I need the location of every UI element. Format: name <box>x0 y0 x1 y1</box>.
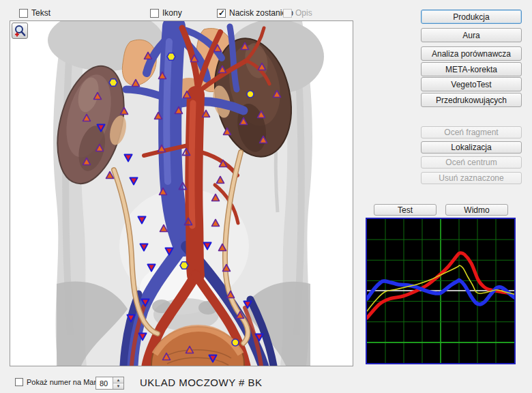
spectrum-graph-panel <box>366 218 516 364</box>
checkbox-label: Pokaż numer na Marker <box>27 378 106 386</box>
checkbox-box[interactable] <box>19 9 28 18</box>
spinner-down-icon[interactable]: ▼ <box>113 383 123 389</box>
spinner-value[interactable]: 80 <box>96 377 113 389</box>
checkbox-label: Ikony <box>162 8 182 18</box>
zoom-in-button[interactable] <box>12 23 28 39</box>
button-przedrukowujacych[interactable]: Przedrukowujących <box>421 93 522 107</box>
anatomy-viewer-panel[interactable] <box>10 20 353 366</box>
button-meta-korekta[interactable]: META-korekta <box>421 62 522 76</box>
magnifier-plus-icon <box>14 25 26 37</box>
checkbox-opis: Opis <box>283 8 312 18</box>
button-analiza-porownawcza[interactable]: Analiza porównawcza <box>421 46 522 61</box>
button-produkcja[interactable]: Produkcja <box>421 10 522 24</box>
widmo-button[interactable]: Widmo <box>445 204 508 216</box>
button-ocen-fragment: Oceń fragment <box>421 126 522 139</box>
checkbox-tekst[interactable]: Tekst <box>19 8 50 18</box>
marker-yellow-hexagon[interactable] <box>109 79 117 86</box>
checkbox-box[interactable] <box>217 9 226 18</box>
marker-yellow-circle[interactable] <box>232 339 239 346</box>
spinner-up-icon[interactable]: ▲ <box>113 377 123 383</box>
checkbox-box <box>283 9 292 18</box>
organ-title: UKLAD MOCZOWY # BK <box>140 377 263 388</box>
marker-yellow-hexagon[interactable] <box>180 262 188 269</box>
checkbox-label: Tekst <box>31 8 50 18</box>
button-aura[interactable]: Aura <box>421 28 522 42</box>
anatomy-illustration <box>10 21 353 366</box>
checkbox-pokaz-numer[interactable]: Pokaż numer na Marker <box>15 378 106 386</box>
marker-number-spinner[interactable]: 80 ▲ ▼ <box>95 377 124 390</box>
app-window: Tekst Ikony Nacisk zostanie p Opis <box>0 0 532 393</box>
checkbox-label: Opis <box>295 8 312 18</box>
checkbox-nacisk[interactable]: Nacisk zostanie p <box>217 8 293 18</box>
button-vegetotest[interactable]: VegetoTest <box>421 77 522 91</box>
button-ocen-centrum: Oceń centrum <box>421 156 522 169</box>
test-button[interactable]: Test <box>374 204 437 216</box>
marker-yellow-hexagon[interactable] <box>167 53 175 60</box>
checkbox-ikony[interactable]: Ikony <box>150 8 182 18</box>
checkbox-box[interactable] <box>15 378 23 386</box>
marker-yellow-circle[interactable] <box>247 91 254 98</box>
button-usun-zaznaczone: Usuń zaznaczone <box>421 172 522 184</box>
spectrum-graph <box>367 219 514 363</box>
checkbox-box[interactable] <box>150 9 159 18</box>
button-lokalizacja[interactable]: Lokalizacja <box>421 141 522 154</box>
